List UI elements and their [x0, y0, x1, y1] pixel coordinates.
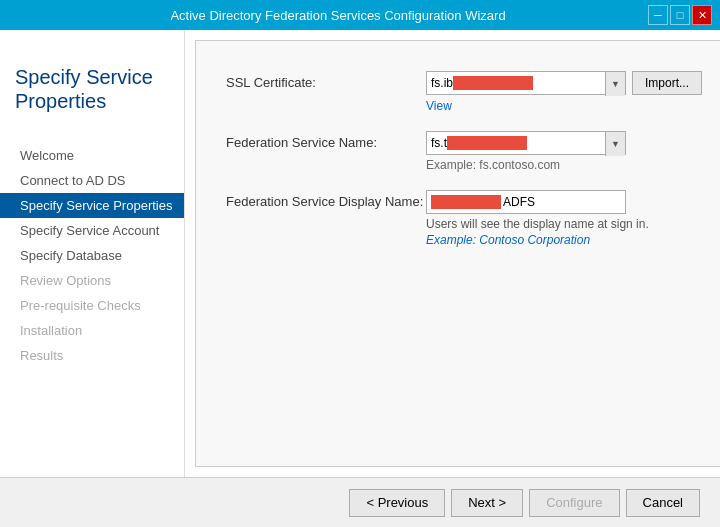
- federation-display-name-row: Federation Service Display Name: ADFS Us…: [226, 190, 702, 247]
- federation-service-name-dropdown-arrow[interactable]: ▼: [605, 132, 625, 156]
- nav-item-welcome[interactable]: Welcome: [0, 143, 184, 168]
- federation-display-name-example: Example: Contoso Corporation: [426, 233, 702, 247]
- federation-service-name-label: Federation Service Name:: [226, 131, 426, 150]
- content-panel: SSL Certificate: fs.ib ▼ Import... View …: [195, 40, 720, 467]
- window-title: Active Directory Federation Services Con…: [28, 8, 648, 23]
- federation-display-name-input[interactable]: ADFS: [426, 190, 626, 214]
- federation-service-name-select[interactable]: fs.t ▼: [426, 131, 626, 155]
- nav-list: Welcome Connect to AD DS Specify Service…: [0, 143, 184, 368]
- ssl-certificate-controls: fs.ib ▼ Import... View: [426, 71, 702, 113]
- maximize-button[interactable]: □: [670, 5, 690, 25]
- nav-item-specify-service-account[interactable]: Specify Service Account: [0, 218, 184, 243]
- minimize-button[interactable]: ─: [648, 5, 668, 25]
- nav-item-pre-requisite-checks: Pre-requisite Checks: [0, 293, 184, 318]
- ssl-certificate-row: SSL Certificate: fs.ib ▼ Import... View: [226, 71, 702, 113]
- configure-button[interactable]: Configure: [529, 489, 619, 517]
- ssl-import-button[interactable]: Import...: [632, 71, 702, 95]
- federation-service-name-value: fs.t: [427, 132, 605, 154]
- ssl-view-link[interactable]: View: [426, 99, 702, 113]
- close-button[interactable]: ✕: [692, 5, 712, 25]
- window-controls[interactable]: ─ □ ✕: [648, 5, 712, 25]
- nav-item-installation: Installation: [0, 318, 184, 343]
- nav-item-review-options: Review Options: [0, 268, 184, 293]
- cancel-button[interactable]: Cancel: [626, 489, 700, 517]
- nav-item-results: Results: [0, 343, 184, 368]
- page-title: Specify Service Properties: [15, 65, 184, 113]
- next-button[interactable]: Next >: [451, 489, 523, 517]
- fsn-redacted: [447, 136, 527, 150]
- ssl-certificate-label: SSL Certificate:: [226, 71, 426, 90]
- federation-service-name-example: Example: fs.contoso.com: [426, 158, 702, 172]
- ssl-certificate-value: fs.ib: [427, 72, 605, 94]
- federation-display-name-controls: ADFS Users will see the display name at …: [426, 190, 702, 247]
- sidebar: Specify Service Properties Welcome Conne…: [0, 30, 185, 477]
- previous-button[interactable]: < Previous: [349, 489, 445, 517]
- main-area: Specify Service Properties Welcome Conne…: [0, 30, 720, 477]
- nav-item-specify-service-properties[interactable]: Specify Service Properties: [0, 193, 184, 218]
- federation-service-name-row: Federation Service Name: fs.t ▼ Example:…: [226, 131, 702, 172]
- ssl-certificate-dropdown-arrow[interactable]: ▼: [605, 72, 625, 96]
- nav-item-connect-ad-ds[interactable]: Connect to AD DS: [0, 168, 184, 193]
- footer: < Previous Next > Configure Cancel: [0, 477, 720, 527]
- display-name-redacted: [431, 195, 501, 209]
- nav-item-specify-database[interactable]: Specify Database: [0, 243, 184, 268]
- title-bar: Active Directory Federation Services Con…: [0, 0, 720, 30]
- federation-display-name-label: Federation Service Display Name:: [226, 190, 426, 209]
- ssl-redacted: [453, 76, 533, 90]
- federation-service-name-controls: fs.t ▼ Example: fs.contoso.com: [426, 131, 702, 172]
- federation-display-name-info: Users will see the display name at sign …: [426, 217, 702, 231]
- ssl-certificate-select[interactable]: fs.ib ▼: [426, 71, 626, 95]
